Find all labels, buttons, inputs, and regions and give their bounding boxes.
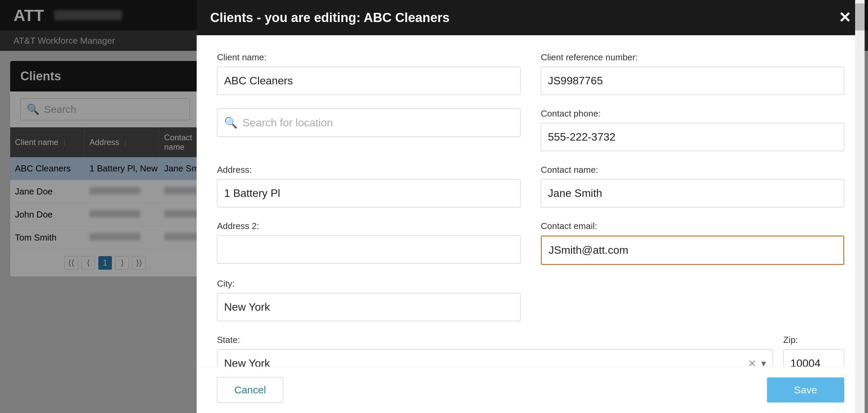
search-location-icon: 🔍 [224,116,238,129]
modal-footer: Cancel Save [197,367,865,413]
search-location-input[interactable]: 🔍 Search for location [217,108,520,137]
form-row-5: City: [217,278,844,321]
contact-name-group: Contact name: [541,165,844,207]
modal-scrollbar[interactable] [855,0,865,413]
client-name-input[interactable] [217,67,520,95]
city-group: City: [217,278,520,321]
contact-email-label: Contact email: [541,221,844,231]
contact-phone-group: Contact phone: [541,108,844,151]
modal-header: Clients - you are editing: ABC Cleaners … [197,0,865,35]
client-ref-group: Client reference number: [541,52,844,95]
modal-scrollbar-thumb[interactable] [855,3,865,30]
city-input[interactable] [217,293,520,321]
modal-body: Client name: Client reference number: 🔍 … [197,35,865,367]
address2-group: Address 2: [217,221,520,265]
cancel-button[interactable]: Cancel [217,377,283,403]
client-name-group: Client name: [217,52,520,95]
address-input[interactable] [217,179,520,207]
state-select[interactable]: New York ✕ ▾ [217,349,773,367]
state-label: State: [217,335,773,345]
address-group: Address: [217,165,520,207]
state-clear-button[interactable]: ✕ [748,357,756,367]
contact-email-input[interactable] [541,235,844,265]
client-name-label: Client name: [217,52,520,63]
edit-client-modal: Clients - you are editing: ABC Cleaners … [197,0,865,413]
search-location-placeholder: Search for location [242,117,333,129]
form-row-3: Address: Contact name: [217,165,844,207]
state-group: State: New York ✕ ▾ [217,335,773,367]
form-row-2: 🔍 Search for location Contact phone: [217,108,844,151]
contact-phone-label: Contact phone: [541,108,844,119]
contact-email-group: Contact email: [541,221,844,265]
state-value: New York [224,357,270,367]
zip-label: Zip: [783,335,844,345]
save-button[interactable]: Save [767,377,844,402]
address2-label: Address 2: [217,221,520,231]
form-row-state-zip: State: New York ✕ ▾ Zip: [217,335,844,367]
address-label: Address: [217,165,520,175]
contact-name-input[interactable] [541,179,844,207]
contact-phone-input[interactable] [541,123,844,151]
zip-input[interactable] [783,349,844,367]
state-chevron-icon[interactable]: ▾ [761,358,766,367]
search-location-group: 🔍 Search for location [217,108,520,151]
modal-title: Clients - you are editing: ABC Cleaners [210,11,450,25]
client-ref-input[interactable] [541,67,844,95]
form-row-1: Client name: Client reference number: [217,52,844,95]
city-label: City: [217,278,520,289]
address2-input[interactable] [217,235,520,264]
contact-name-label: Contact name: [541,165,844,175]
zip-group: Zip: [783,335,844,367]
modal-close-button[interactable]: ✕ [839,10,851,25]
form-row-4: Address 2: Contact email: [217,221,844,265]
client-ref-label: Client reference number: [541,52,844,63]
